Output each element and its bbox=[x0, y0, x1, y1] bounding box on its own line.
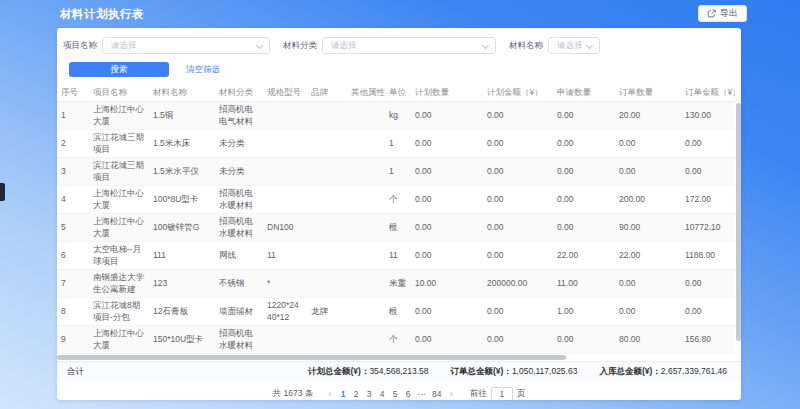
table-row[interactable]: 7 南钢盛达大学生公寓新建 123 不锈钢 * 米重 10.00 200000.… bbox=[57, 270, 735, 298]
column-header: 计划数量 bbox=[411, 85, 483, 102]
cell-order-amount: 0.00 bbox=[681, 298, 735, 326]
table-row[interactable]: 4 上海松江中心大厦 100*8U型卡 招商机电 水暖材料 个 0.00 0.0… bbox=[57, 186, 735, 214]
cell-spec-model bbox=[263, 130, 307, 158]
page-number[interactable]: 1 bbox=[337, 389, 350, 399]
cell-plan-qty: 0.00 bbox=[411, 158, 483, 186]
cell-material-category: 招商机电 水暖材料 bbox=[215, 186, 263, 214]
cell-unit: 米重 bbox=[385, 270, 411, 298]
cell-plan-qty: 0.00 bbox=[411, 214, 483, 242]
page-number[interactable]: ··· bbox=[415, 389, 430, 399]
cell-plan-qty: 0.00 bbox=[411, 102, 483, 130]
filter-select[interactable]: 请选择 bbox=[548, 37, 600, 54]
cell-request-qty: 1.00 bbox=[553, 298, 615, 326]
cell-order-qty: 20.00 bbox=[615, 102, 681, 130]
filter-actions: 搜索 清空筛选 bbox=[57, 54, 741, 77]
cell-unit: 1 bbox=[385, 158, 411, 186]
cell-plan-amount: 0.00 bbox=[483, 214, 553, 242]
cell-plan-amount: 0.00 bbox=[483, 130, 553, 158]
cell-material-category: 不锈钢 bbox=[215, 270, 263, 298]
cell-spec-model bbox=[263, 186, 307, 214]
cell-plan-amount: 200000.00 bbox=[483, 270, 553, 298]
next-page-icon[interactable]: › bbox=[445, 389, 458, 399]
pagination-total: 共 1673 条 bbox=[273, 388, 314, 400]
cell-request-qty: 0.00 bbox=[553, 326, 615, 354]
search-button[interactable]: 搜索 bbox=[69, 62, 169, 77]
export-button[interactable]: 导出 bbox=[698, 5, 747, 22]
cell-spec-model bbox=[263, 158, 307, 186]
column-header: 其他属性 bbox=[347, 85, 385, 102]
table-row[interactable]: 9 上海松江中心大厦 150*10U型卡 招商机电 水暖材料 个 0.00 0.… bbox=[57, 326, 735, 354]
cell-material-category: 招商机电 电气材料 bbox=[215, 102, 263, 130]
page-number[interactable]: 5 bbox=[389, 389, 402, 399]
cell-material-category: 招商机电 水暖材料 bbox=[215, 326, 263, 354]
summary-total-label: 订单总金额(¥)： bbox=[450, 366, 511, 376]
filter-select[interactable]: 请选择 bbox=[102, 37, 270, 54]
filter-select[interactable]: 请选择 bbox=[322, 37, 496, 54]
cell-seq: 7 bbox=[57, 270, 89, 298]
cell-other-attrs bbox=[347, 214, 385, 242]
cell-material-name: 100*8U型卡 bbox=[149, 186, 215, 214]
filter-label: 材料分类 bbox=[283, 40, 317, 52]
vertical-scrollbar[interactable] bbox=[736, 103, 741, 341]
prev-page-icon[interactable]: ‹ bbox=[323, 389, 336, 399]
cell-project-name: 南钢盛达大学生公寓新建 bbox=[89, 270, 149, 298]
cell-brand bbox=[307, 158, 347, 186]
cell-plan-qty: 0.00 bbox=[411, 326, 483, 354]
horizontal-scrollbar-thumb[interactable] bbox=[57, 355, 566, 360]
cell-seq: 2 bbox=[57, 130, 89, 158]
horizontal-scrollbar[interactable] bbox=[57, 355, 727, 360]
page-number[interactable]: 3 bbox=[363, 389, 376, 399]
summary-total-value: 1,050,117,025.63 bbox=[512, 366, 578, 376]
export-icon bbox=[707, 9, 716, 18]
cell-project-name: 太空电梯--月球项目 bbox=[89, 242, 149, 270]
cell-spec-model: DN100 bbox=[263, 214, 307, 242]
cell-request-qty: 11.00 bbox=[553, 270, 615, 298]
cell-project-name: 上海松江中心大厦 bbox=[89, 186, 149, 214]
cell-material-name: 1.5米木床 bbox=[149, 130, 215, 158]
table-row[interactable]: 6 太空电梯--月球项目 111 网线 11 11 0.00 0.00 22.0… bbox=[57, 242, 735, 270]
cell-material-category: 网线 bbox=[215, 242, 263, 270]
page-number[interactable]: 4 bbox=[376, 389, 389, 399]
table-body: 1 上海松江中心大厦 1.5铜 招商机电 电气材料 kg 0.00 0.00 0… bbox=[57, 102, 735, 354]
cell-unit: 个 bbox=[385, 186, 411, 214]
cell-material-name: 1.5铜 bbox=[149, 102, 215, 130]
cell-other-attrs bbox=[347, 158, 385, 186]
cell-brand bbox=[307, 242, 347, 270]
select-placeholder: 请选择 bbox=[557, 40, 583, 52]
cell-other-attrs bbox=[347, 270, 385, 298]
table-row[interactable]: 8 滨江花城8期项目-分包 12石膏板 墙面辅材 1220*2440*12 龙牌… bbox=[57, 298, 735, 326]
cell-brand bbox=[307, 326, 347, 354]
page-number[interactable]: 6 bbox=[402, 389, 415, 399]
main-panel: 项目名称 请选择 材料分类 请选择 材料名称 请选择 bbox=[57, 28, 741, 400]
table-row[interactable]: 3 滨江花城三期项目 1.5米水平仪 未分类 1 0.00 0.00 0.00 … bbox=[57, 158, 735, 186]
cell-seq: 5 bbox=[57, 214, 89, 242]
cell-request-qty: 0.00 bbox=[553, 102, 615, 130]
cell-unit: 根 bbox=[385, 298, 411, 326]
cell-plan-amount: 0.00 bbox=[483, 158, 553, 186]
cell-brand bbox=[307, 186, 347, 214]
summary-total-value: 2,657,339,761.46 bbox=[661, 366, 727, 376]
goto-page-input[interactable] bbox=[491, 387, 513, 401]
clear-filters-link[interactable]: 清空筛选 bbox=[186, 64, 220, 76]
filter-label: 材料名称 bbox=[509, 40, 543, 52]
cell-project-name: 上海松江中心大厦 bbox=[89, 214, 149, 242]
cell-order-amount: 0.00 bbox=[681, 158, 735, 186]
filter-group: 材料分类 请选择 bbox=[283, 37, 496, 54]
cell-plan-amount: 0.00 bbox=[483, 102, 553, 130]
table-row[interactable]: 5 上海松江中心大厦 100镀锌管G 招商机电 水暖材料 DN100 根 0.0… bbox=[57, 214, 735, 242]
filter-label: 项目名称 bbox=[63, 40, 97, 52]
cell-request-qty: 0.00 bbox=[553, 214, 615, 242]
page-number[interactable]: 84 bbox=[429, 389, 444, 399]
cell-other-attrs bbox=[347, 102, 385, 130]
cell-seq: 8 bbox=[57, 298, 89, 326]
table-row[interactable]: 1 上海松江中心大厦 1.5铜 招商机电 电气材料 kg 0.00 0.00 0… bbox=[57, 102, 735, 130]
cell-material-name: 100镀锌管G bbox=[149, 214, 215, 242]
table-row[interactable]: 2 滨江花城三期项目 1.5米木床 未分类 1 0.00 0.00 0.00 0… bbox=[57, 130, 735, 158]
cell-plan-amount: 0.00 bbox=[483, 186, 553, 214]
column-header: 项目名称 bbox=[89, 85, 149, 102]
cell-material-category: 墙面辅材 bbox=[215, 298, 263, 326]
cell-material-name: 111 bbox=[149, 242, 215, 270]
column-header: 规格型号 bbox=[263, 85, 307, 102]
sidebar-collapse-handle[interactable] bbox=[0, 183, 5, 201]
page-number[interactable]: 2 bbox=[350, 389, 363, 399]
